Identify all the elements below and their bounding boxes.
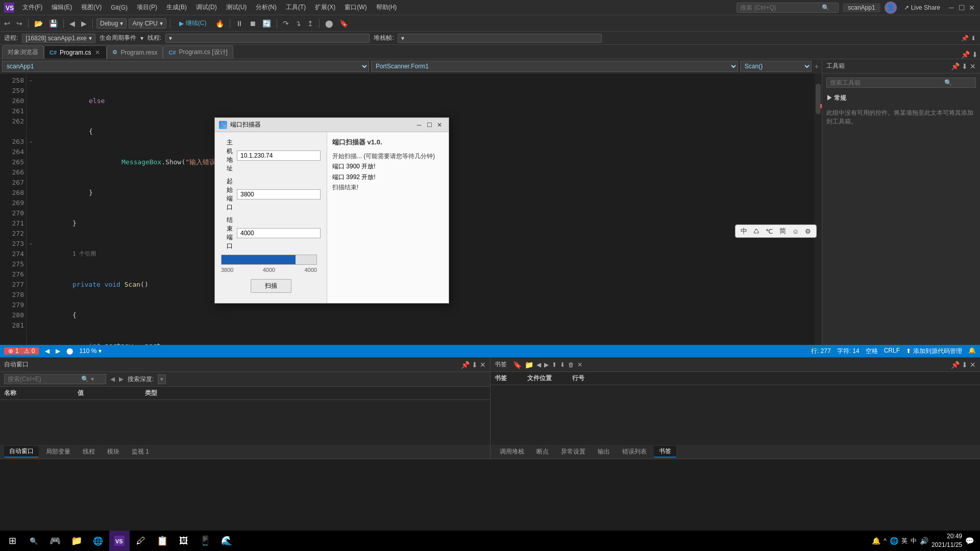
menu-item-view[interactable]: 视图(V) — [77, 2, 106, 13]
scan-button[interactable]: 扫描 — [251, 279, 291, 293]
history-icon[interactable]: ⬤ — [66, 347, 73, 355]
toolbar-undo[interactable]: ↩ — [2, 18, 12, 29]
toolbar-save[interactable]: 💾 — [47, 18, 60, 29]
menu-item-analyze[interactable]: 分析(N) — [252, 2, 281, 13]
auto-watch-search-box[interactable]: 🔍 ▾ — [4, 374, 106, 384]
toolbox-search-input[interactable] — [830, 79, 942, 86]
dialog-maximize-btn[interactable]: ☐ — [424, 120, 434, 130]
tab-modules[interactable]: 模块 — [102, 446, 125, 457]
toolbar-hotstart[interactable]: 🔥 — [213, 18, 226, 29]
taskbar-vs-btn[interactable]: VS — [109, 531, 130, 551]
close-button[interactable]: ✕ — [968, 4, 976, 12]
toolbar-pause[interactable]: ⏸ — [234, 18, 245, 29]
toolbar-back[interactable]: ◀ — [67, 18, 77, 29]
tab-output[interactable]: 输出 — [593, 446, 615, 457]
global-search-box[interactable]: 🔍 — [737, 3, 839, 13]
menu-item-extensions[interactable]: 扩展(X) — [311, 2, 339, 13]
menu-item-edit[interactable]: 编辑(E) — [47, 2, 76, 13]
taskbar-ime-cn-label[interactable]: 中 — [911, 537, 917, 545]
tab-close-program-cs[interactable]: ✕ — [94, 48, 101, 57]
collapse-272[interactable]: − — [30, 241, 33, 247]
toolbar-redo[interactable]: ↪ — [14, 18, 24, 29]
taskbar-search-btn[interactable]: 🔍 — [23, 531, 44, 551]
taskbar-chrome-btn[interactable]: 🌐 — [88, 531, 108, 551]
toolbar-bookmark[interactable]: 🔖 — [337, 18, 350, 29]
collapse-258[interactable]: − — [30, 78, 33, 84]
taskbar-expand-icon[interactable]: ^ — [884, 537, 887, 544]
auto-watch-pin-icon[interactable]: 📌 — [461, 361, 470, 369]
cpu-config-dropdown[interactable]: Any CPU ▾ — [129, 18, 166, 29]
auto-watch-nav-back[interactable]: ◀ — [110, 375, 115, 383]
collapse-263[interactable]: − — [30, 139, 33, 145]
toolbox-close-icon[interactable]: ✕ — [970, 62, 976, 70]
menu-item-git[interactable]: Git(G) — [107, 3, 132, 12]
toolbar-forward[interactable]: ▶ — [79, 18, 89, 29]
toolbox-expand-icon[interactable]: ⬇ — [962, 62, 968, 70]
live-share-button[interactable]: ↗ Live Share — [901, 3, 943, 12]
continue-button[interactable]: ▶ 继续(C) — [174, 18, 212, 29]
ime-halfwidth-btn[interactable]: ♺ — [751, 227, 762, 236]
toolbar-arrow-icon[interactable]: ⬇ — [971, 35, 976, 42]
tab-auto-watch[interactable]: 自动窗口 — [4, 446, 39, 458]
thread-dropdown[interactable]: ▾ — [165, 34, 370, 43]
taskbar-volume-icon[interactable]: 🔊 — [920, 537, 928, 545]
taskbar-explorer-btn[interactable]: 📁 — [66, 531, 87, 551]
auto-watch-expand-icon[interactable]: ⬇ — [472, 361, 478, 369]
toolbar-step-out[interactable]: ↥ — [305, 18, 315, 29]
tab-object-browser[interactable]: 对象浏览器 — [2, 45, 44, 59]
ime-emoji-btn[interactable]: ☺ — [790, 227, 801, 236]
ime-chinese-btn[interactable]: 中 — [739, 226, 749, 236]
taskbar-todo-btn[interactable]: 📋 — [152, 531, 173, 551]
toolbar-stop[interactable]: ⏹ — [247, 18, 258, 29]
taskbar-notify-icon[interactable]: 🔔 — [872, 537, 880, 545]
tab-locals[interactable]: 局部变量 — [41, 446, 76, 457]
tab-call-stack[interactable]: 调用堆栈 — [495, 446, 529, 457]
toolbar-step-into[interactable]: ↴ — [293, 18, 303, 29]
bookmark-icon1[interactable]: 🔖 — [513, 361, 522, 369]
taskbar-ime-en-label[interactable]: 英 — [901, 537, 908, 545]
tab-breakpoints[interactable]: 断点 — [531, 446, 554, 457]
tab-pin-icon[interactable]: 📌 — [961, 51, 970, 59]
tab-watch1[interactable]: 监视 1 — [127, 446, 154, 457]
nav-add-icon[interactable]: + — [814, 61, 820, 71]
minimize-button[interactable]: ─ — [947, 4, 955, 12]
toolbox-pin-icon[interactable]: 📌 — [951, 62, 960, 70]
menu-item-help[interactable]: 帮助(H) — [372, 2, 401, 13]
auto-watch-depth-dropdown[interactable]: ▾ — [158, 374, 166, 384]
ime-punctuation-btn[interactable]: ℃ — [764, 227, 775, 236]
tab-collapse-icon[interactable]: ⬇ — [972, 51, 978, 59]
toolbar-step-over[interactable]: ↷ — [281, 18, 291, 29]
bookmark-icon2[interactable]: 📁 — [525, 361, 533, 369]
status-zoom[interactable]: 110 % ▾ — [79, 347, 101, 355]
toolbox-search-box[interactable]: 🔍 — [826, 78, 976, 88]
bookmark-nav-next[interactable]: ▶ — [544, 361, 549, 368]
nav-back-btn[interactable]: ◀ — [45, 347, 50, 355]
taskbar-start-btn[interactable]: ⊞ — [2, 531, 22, 551]
status-source-control[interactable]: ⬆ 添加到源代码管理 — [906, 347, 962, 356]
menu-item-window[interactable]: 窗口(W) — [340, 2, 371, 13]
end-port-input[interactable] — [237, 228, 321, 238]
menu-item-debug[interactable]: 调试(D) — [192, 2, 221, 13]
tab-bookmarks[interactable]: 书签 — [654, 446, 676, 458]
menu-item-build[interactable]: 生成(B) — [162, 2, 191, 13]
tab-program-design[interactable]: C# Program.cs [设计] — [163, 45, 233, 59]
menu-item-tools[interactable]: 工具(T) — [282, 2, 310, 13]
tab-exception-settings[interactable]: 异常设置 — [556, 446, 591, 457]
menu-item-file[interactable]: 文件(F) — [18, 2, 46, 13]
dialog-minimize-btn[interactable]: ─ — [414, 120, 424, 130]
auto-watch-search-input[interactable] — [8, 375, 79, 383]
bookmark-delete[interactable]: 🗑 — [568, 361, 574, 368]
taskbar-rider-btn[interactable]: 🖊 — [131, 531, 151, 551]
tab-threads[interactable]: 线程 — [78, 446, 100, 457]
debug-config-dropdown[interactable]: Debug ▾ — [96, 18, 127, 29]
host-input[interactable] — [237, 151, 321, 161]
maximize-button[interactable]: ☐ — [958, 4, 966, 12]
auto-watch-close-icon[interactable]: ✕ — [480, 361, 486, 369]
menu-item-project[interactable]: 项目(P) — [133, 2, 161, 13]
toolbar-pin-icon[interactable]: 📌 — [961, 35, 969, 42]
nav-forward-btn[interactable]: ▶ — [56, 347, 60, 355]
method-select[interactable]: Scan() — [740, 61, 812, 72]
taskbar-photos-btn[interactable]: 🖼 — [174, 531, 194, 551]
port-scanner-dialog[interactable]: 🔧 端口扫描器 ─ ☐ ✕ 主机地址 起始端口 结束端口 — [214, 117, 449, 304]
start-port-input[interactable] — [237, 189, 321, 199]
